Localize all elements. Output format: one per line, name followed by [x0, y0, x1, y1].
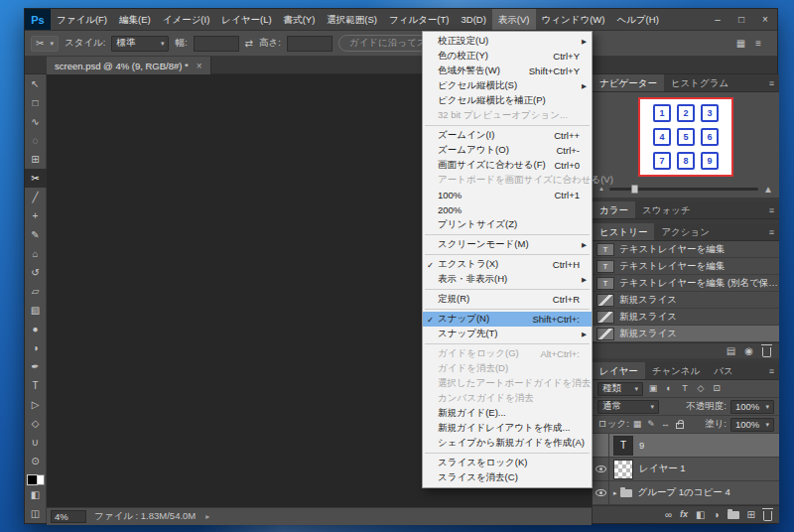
- menubar-item-filter[interactable]: フィルター(T): [383, 9, 456, 30]
- new-layer-icon[interactable]: ⊞: [747, 510, 755, 520]
- style-select[interactable]: 標準 ▾: [111, 36, 169, 52]
- history-state-row[interactable]: 新規スライス: [593, 292, 779, 309]
- filter-pixel-layers-icon[interactable]: ▣: [647, 384, 659, 393]
- menubar-item-layer[interactable]: レイヤー(L): [215, 9, 277, 30]
- layers-tab-1[interactable]: チャンネル: [645, 362, 708, 379]
- zoom-tool[interactable]: ⊙: [25, 452, 47, 470]
- delete-state-icon[interactable]: [762, 347, 771, 357]
- status-popup-arrow-icon[interactable]: ▸: [205, 512, 209, 521]
- layer-filter-select[interactable]: 種類 ▾: [597, 382, 643, 396]
- history-state-row[interactable]: 新規スライス: [593, 309, 779, 326]
- color-tab-1[interactable]: スウォッチ: [635, 201, 698, 218]
- new-document-from-state-icon[interactable]: ▤: [727, 346, 735, 356]
- view-menu-item[interactable]: スライスを消去(C): [423, 470, 592, 485]
- view-menu-item[interactable]: ズームイン(I)Ctrl++: [423, 128, 592, 143]
- move-tool[interactable]: ↖: [25, 74, 47, 93]
- minimize-button[interactable]: –: [706, 9, 729, 30]
- menubar-item-view[interactable]: 表示(V): [492, 9, 536, 30]
- menubar-item-select[interactable]: 選択範囲(S): [321, 9, 383, 30]
- path-selection-tool[interactable]: ▷: [25, 395, 47, 414]
- history-state-row[interactable]: Tテキストレイヤーを編集: [593, 241, 779, 258]
- spot-healing-brush-tool[interactable]: +: [25, 206, 47, 225]
- navigator-tab-1[interactable]: ヒストグラム: [664, 74, 735, 91]
- layer-visibility-toggle[interactable]: [593, 434, 609, 457]
- edit-in-quick-mask-button[interactable]: ◧: [25, 485, 47, 504]
- color-panel-menu-icon[interactable]: ≡: [769, 201, 779, 218]
- new-snapshot-icon[interactable]: ◉: [744, 346, 753, 356]
- view-menu-item[interactable]: カンバスガイドを消去: [423, 391, 592, 406]
- layer-row[interactable]: ▸グループ 1のコピー 4: [593, 481, 779, 505]
- clone-stamp-tool[interactable]: ⌂: [25, 244, 47, 263]
- view-menu-item[interactable]: 色の校正(Y)Ctrl+Y: [423, 49, 592, 64]
- workspace-switcher-icon[interactable]: ▦: [736, 39, 745, 49]
- history-state-row[interactable]: 新規スライス: [593, 326, 779, 342]
- menubar-item-image[interactable]: イメージ(I): [157, 9, 216, 30]
- filter-shape-layers-icon[interactable]: ◇: [695, 384, 707, 393]
- blend-mode-select[interactable]: 通常 ▾: [597, 400, 659, 414]
- view-menu-item[interactable]: 定規(R)Ctrl+R: [423, 292, 592, 307]
- group-expand-arrow-icon[interactable]: ▸: [613, 489, 617, 497]
- close-button[interactable]: ×: [753, 9, 777, 30]
- layer-visibility-toggle[interactable]: [593, 458, 609, 480]
- view-menu-item[interactable]: 100%Ctrl+1: [423, 188, 592, 202]
- crop-tool[interactable]: ⊞: [25, 150, 47, 169]
- history-panel-menu-icon[interactable]: ≡: [769, 223, 779, 240]
- panel-options-icon[interactable]: ≡: [755, 39, 761, 49]
- foreground-color-swatch[interactable]: [27, 474, 38, 485]
- zoom-in-mountain-icon[interactable]: ▲: [763, 184, 773, 195]
- slice-tool[interactable]: ✂: [25, 169, 47, 188]
- view-menu-item[interactable]: ガイドをロック(G)Alt+Ctrl+:: [423, 346, 592, 361]
- filter-type-layers-icon[interactable]: T: [679, 384, 691, 393]
- eraser-tool[interactable]: ▱: [25, 282, 47, 301]
- view-menu-item[interactable]: 200%: [423, 202, 592, 217]
- menubar-item-type[interactable]: 書式(Y): [278, 9, 322, 30]
- view-menu-item[interactable]: スライスをロック(K): [423, 456, 592, 470]
- lock-all-icon[interactable]: [676, 423, 684, 429]
- view-menu-item[interactable]: スナップ先(T)▶: [423, 327, 592, 341]
- link-layers-icon[interactable]: ∞: [665, 510, 672, 520]
- foreground-background-swatches[interactable]: [27, 474, 45, 485]
- layers-tab-0[interactable]: レイヤー: [593, 362, 645, 379]
- eyedropper-tool[interactable]: ╱: [25, 188, 47, 206]
- pen-tool[interactable]: ✒: [25, 357, 47, 376]
- view-menu-item[interactable]: ズームアウト(O)Ctrl+-: [423, 143, 592, 158]
- navigator-preview[interactable]: 123456789: [638, 97, 733, 177]
- add-layer-mask-icon[interactable]: ◧: [696, 510, 705, 520]
- view-menu-item[interactable]: ピクセル縦横比(S)▶: [423, 78, 592, 93]
- history-state-row[interactable]: Tテキストレイヤーを編集: [593, 258, 779, 275]
- lasso-tool[interactable]: ∿: [25, 112, 47, 131]
- menubar-item-help[interactable]: ヘルプ(H): [610, 9, 664, 30]
- view-menu-item[interactable]: ✓エクストラ(X)Ctrl+H: [423, 257, 592, 272]
- history-brush-tool[interactable]: ↺: [25, 263, 47, 282]
- swap-width-height-icon[interactable]: ⇄: [245, 39, 253, 49]
- layer-effects-icon[interactable]: fx: [680, 510, 688, 519]
- type-tool[interactable]: T: [25, 376, 47, 395]
- tab-close-icon[interactable]: ×: [197, 61, 202, 71]
- document-tab[interactable]: screen.psd @ 4% (9, RGB/8#) * ×: [47, 57, 211, 74]
- quick-selection-tool[interactable]: ◌: [25, 131, 47, 150]
- view-menu-item[interactable]: 画面サイズに合わせる(F)Ctrl+0: [423, 158, 592, 173]
- view-menu-item[interactable]: 校正設定(U)▶: [423, 34, 592, 49]
- menubar-item-file[interactable]: ファイル(F): [51, 9, 113, 30]
- height-input[interactable]: [287, 36, 332, 52]
- view-menu-item[interactable]: ✓スナップ(N)Shift+Ctrl+:: [423, 312, 592, 327]
- tool-preset-badge[interactable]: ✂ ▾: [31, 36, 59, 52]
- layer-row[interactable]: レイヤー 1: [593, 458, 779, 481]
- view-menu-item[interactable]: 選択したアートボードガイドを消去: [423, 376, 592, 391]
- menubar-item-edit[interactable]: 編集(E): [113, 9, 157, 30]
- history-tab-1[interactable]: アクション: [654, 223, 717, 240]
- maximize-button[interactable]: □: [729, 9, 753, 30]
- hand-tool[interactable]: ∪: [25, 433, 47, 452]
- navigator-tab-0[interactable]: ナビゲーター: [593, 74, 664, 91]
- gradient-tool[interactable]: ▧: [25, 301, 47, 320]
- lock-position-icon[interactable]: ↔: [661, 420, 670, 429]
- layers-tab-2[interactable]: パス: [707, 362, 739, 379]
- fill-select[interactable]: 100% ▾: [730, 418, 774, 432]
- zoom-slider-track[interactable]: [609, 188, 758, 191]
- filter-smart-objects-icon[interactable]: ⊡: [711, 384, 723, 393]
- delete-layer-icon[interactable]: [763, 511, 772, 521]
- screen-mode-button[interactable]: ◫: [25, 504, 47, 523]
- history-state-row[interactable]: Tテキストレイヤーを編集 (別名で保存): [593, 275, 779, 292]
- dodge-tool[interactable]: ◑: [25, 338, 47, 357]
- lock-image-pixels-icon[interactable]: ✎: [647, 420, 655, 429]
